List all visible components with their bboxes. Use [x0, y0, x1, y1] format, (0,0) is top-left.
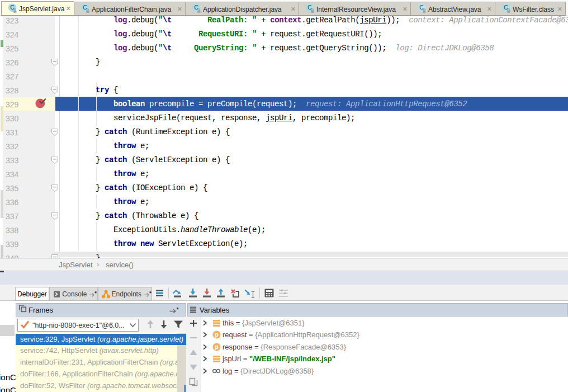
svg-text:p: p [215, 344, 218, 350]
svg-text:p: p [215, 332, 218, 338]
